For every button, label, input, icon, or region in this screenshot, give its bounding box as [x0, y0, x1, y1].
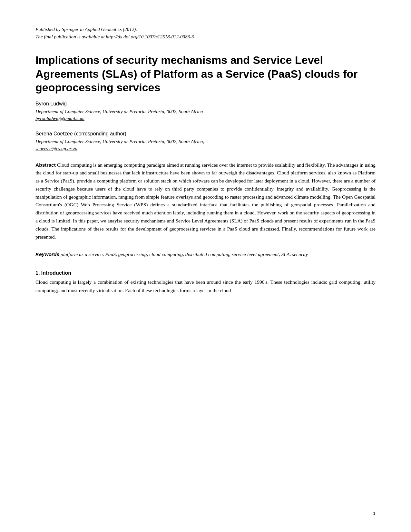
page-number: 1: [373, 510, 376, 516]
author-block-2: Serena Coetzee (corresponding author) De…: [35, 131, 376, 152]
publisher-note: Published by Springer in Applied Geomati…: [35, 26, 376, 40]
author-name-2: Serena Coetzee (corresponding author): [35, 131, 376, 137]
paper-title: Implications of security mechanisms and …: [35, 53, 376, 94]
section-introduction: 1. Introduction Cloud computing is large…: [35, 270, 376, 294]
publisher-link[interactable]: http://dx.doi.org/10.1007/s12518-012-008…: [106, 34, 194, 39]
author-block-1: Byron Ludwig Department of Computer Scie…: [35, 101, 376, 122]
publisher-line1: Published by Springer in Applied Geomati…: [35, 27, 137, 32]
author-name-1: Byron Ludwig: [35, 101, 376, 107]
publisher-line2: The final publication is available at: [35, 34, 106, 39]
keywords-text: platform as a service, PaaS, geoprocessi…: [59, 251, 308, 257]
author-affiliation-2: Department of Computer Science, Universi…: [35, 138, 376, 145]
section-heading-1: 1. Introduction: [35, 270, 376, 276]
abstract-label: Abstract: [35, 162, 56, 168]
keywords-label: Keywords: [35, 251, 59, 257]
page: Published by Springer in Applied Geomati…: [0, 0, 411, 532]
author-email-2[interactable]: scoetzee@cs.up.ac.za: [35, 146, 376, 152]
author-affiliation-1: Department of Computer Science, Universi…: [35, 108, 376, 115]
abstract-section: Abstract Cloud computing is an emerging …: [35, 161, 376, 241]
keywords-section: Keywords platform as a service, PaaS, ge…: [35, 251, 376, 259]
section-body-1: Cloud computing is largely a combination…: [35, 278, 376, 294]
author-email-1[interactable]: byronludwig@gmail.com: [35, 116, 376, 121]
abstract-text: Cloud computing is an emerging computing…: [35, 162, 376, 240]
